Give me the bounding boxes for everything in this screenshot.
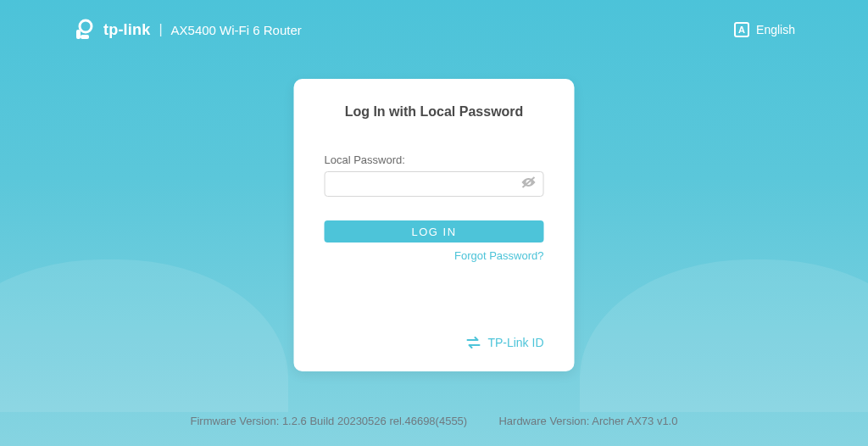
brand-name: tp-link: [103, 21, 150, 39]
hardware-version: Archer AX73 v1.0: [592, 415, 677, 427]
header-left: tp-link | AX5400 Wi-Fi 6 Router: [73, 19, 302, 41]
language-selector[interactable]: A English: [734, 22, 795, 37]
firmware-label: Firmware Version:: [191, 415, 280, 427]
svg-point-0: [80, 20, 92, 32]
password-input-wrap: [325, 171, 544, 197]
forgot-password-link[interactable]: Forgot Password?: [325, 249, 544, 262]
language-label: English: [756, 23, 795, 36]
password-input[interactable]: [325, 171, 544, 197]
cloud-decoration: [0, 259, 288, 412]
brand-logo: tp-link: [73, 19, 150, 41]
tplink-logo-icon: [73, 19, 95, 41]
svg-rect-2: [81, 35, 89, 39]
tplink-id-label: TP-Link ID: [487, 336, 543, 349]
model-name: AX5400 Wi-Fi 6 Router: [171, 23, 302, 37]
header-divider: |: [150, 22, 170, 37]
language-icon: A: [734, 22, 749, 37]
password-label: Local Password:: [325, 153, 544, 166]
login-card: Log In with Local Password Local Passwor…: [294, 79, 575, 371]
login-title: Log In with Local Password: [325, 104, 544, 120]
switch-icon: [465, 337, 481, 348]
footer: Firmware Version: 1.2.6 Build 20230526 r…: [0, 415, 868, 427]
tplink-id-link[interactable]: TP-Link ID: [325, 336, 544, 356]
page-header: tp-link | AX5400 Wi-Fi 6 Router A Englis…: [73, 19, 795, 41]
cloud-decoration: [580, 259, 868, 412]
eye-slash-icon[interactable]: [520, 176, 537, 192]
login-button[interactable]: LOG IN: [325, 220, 544, 243]
firmware-version: 1.2.6 Build 20230526 rel.46698(4555): [282, 415, 467, 427]
hardware-label: Hardware Version:: [498, 415, 589, 427]
svg-rect-1: [76, 30, 81, 39]
